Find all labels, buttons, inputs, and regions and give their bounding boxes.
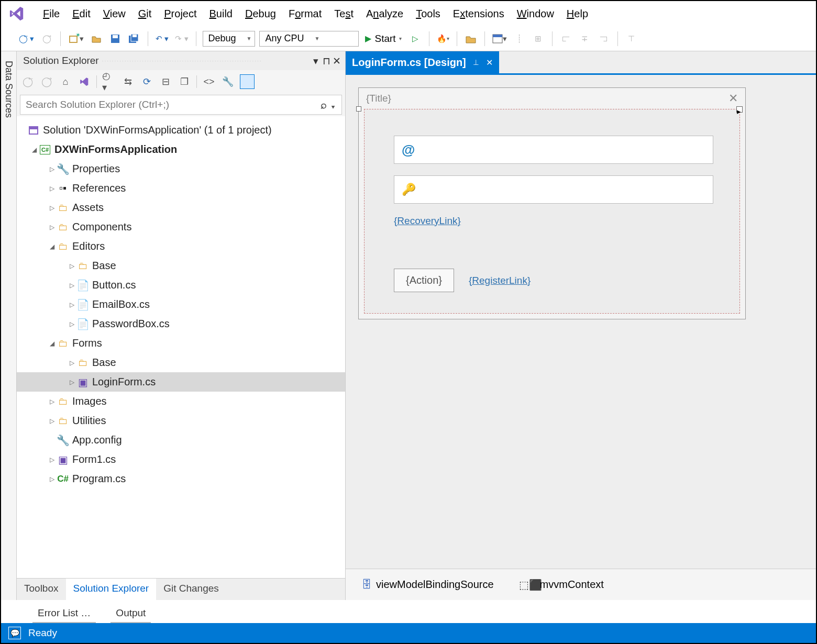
- tree-properties[interactable]: ▷🔧Properties: [17, 159, 345, 179]
- tree-editors[interactable]: ◢🗀Editors: [17, 237, 345, 256]
- status-feedback-icon[interactable]: 💬: [8, 627, 21, 639]
- tree-images[interactable]: ▷🗀Images: [17, 392, 345, 411]
- expander-icon[interactable]: ▷: [47, 185, 57, 192]
- undo-button[interactable]: ↶ ▾: [154, 31, 170, 47]
- form-close-icon[interactable]: ✕: [728, 92, 738, 105]
- tab-git-changes[interactable]: Git Changes: [156, 579, 226, 600]
- align-center-icon[interactable]: ∓: [578, 31, 592, 47]
- menu-file[interactable]: File: [43, 8, 60, 20]
- se-home-icon[interactable]: ⌂: [59, 75, 72, 88]
- menu-window[interactable]: Window: [517, 8, 554, 20]
- tree-loginform-cs[interactable]: ▷▣LoginForm.cs: [17, 372, 345, 392]
- se-forward-icon[interactable]: ◯⃗: [40, 75, 53, 88]
- menu-edit[interactable]: Edit: [72, 8, 90, 20]
- tree-form1-cs[interactable]: ▷▣Form1.cs: [17, 450, 345, 469]
- menu-format[interactable]: Format: [289, 8, 322, 20]
- align-top-icon[interactable]: ⊤: [624, 31, 639, 47]
- align-right-icon[interactable]: ⫎: [597, 31, 611, 47]
- designer-surface[interactable]: {Title} ✕ ▸ @ 🔑 {RecoveryLink} {Action}: [346, 73, 816, 569]
- tab-output[interactable]: Output: [111, 604, 151, 623]
- login-form-window[interactable]: {Title} ✕ ▸ @ 🔑 {RecoveryLink} {Action}: [358, 87, 746, 319]
- tree-assets[interactable]: ▷🗀Assets: [17, 198, 345, 217]
- platform-dropdown[interactable]: Any CPU▼: [259, 31, 359, 47]
- expander-icon[interactable]: ▷: [47, 456, 57, 463]
- resize-handle[interactable]: [356, 106, 361, 112]
- menu-build[interactable]: Build: [209, 8, 233, 20]
- se-sync-icon[interactable]: ⇆: [121, 75, 135, 88]
- menu-help[interactable]: Help: [567, 8, 588, 20]
- tree-emailbox-cs[interactable]: ▷📄EmailBox.cs: [17, 295, 345, 314]
- action-button[interactable]: {Action}: [394, 269, 454, 292]
- menu-git[interactable]: Git: [138, 8, 152, 20]
- tree-project[interactable]: ◢ C# DXWinFormsApplication: [17, 140, 345, 159]
- new-item-button[interactable]: ✶ ▾: [67, 31, 85, 47]
- panel-pin-icon[interactable]: ⊓: [321, 55, 332, 67]
- start-debug-button[interactable]: ▶Start ▾: [363, 33, 403, 45]
- menu-analyze[interactable]: Analyze: [366, 8, 403, 20]
- tree-forms-base[interactable]: ▷🗀Base: [17, 353, 345, 372]
- panel-close-icon[interactable]: ✕: [332, 55, 342, 67]
- tree-appconfig[interactable]: ▷🔧App.config: [17, 430, 345, 450]
- menu-extensions[interactable]: Extensions: [453, 8, 504, 20]
- tab-toolbox[interactable]: Toolbox: [17, 579, 66, 600]
- tab-error-list[interactable]: Error List …: [32, 604, 96, 623]
- data-sources-tab[interactable]: Data Sources: [1, 51, 17, 600]
- panel-options-icon[interactable]: ▾: [311, 55, 321, 67]
- save-button[interactable]: [108, 31, 123, 47]
- se-switch-views-icon[interactable]: [78, 75, 91, 88]
- tree-utilities[interactable]: ▷🗀Utilities: [17, 411, 345, 430]
- tree-program-cs[interactable]: ▷C#Program.cs: [17, 469, 345, 488]
- start-without-debug-button[interactable]: ▷: [408, 31, 423, 47]
- document-tab-loginform[interactable]: LoginForm.cs [Design] ⟂ ✕: [346, 51, 499, 73]
- menu-tools[interactable]: Tools: [416, 8, 440, 20]
- hot-reload-button[interactable]: 🔥 ▾: [436, 31, 450, 47]
- expander-icon[interactable]: ◢: [47, 243, 57, 250]
- menu-debug[interactable]: Debug: [245, 8, 276, 20]
- open-button[interactable]: [89, 31, 104, 47]
- expander-icon[interactable]: ▷: [67, 379, 76, 386]
- se-code-icon[interactable]: <>: [202, 75, 216, 88]
- configuration-dropdown[interactable]: Debug▼: [203, 31, 256, 47]
- tree-components[interactable]: ▷🗀Components: [17, 217, 345, 237]
- se-back-icon[interactable]: ◯⃖: [21, 75, 35, 88]
- expander-icon[interactable]: ▷: [47, 475, 57, 483]
- se-preview-icon[interactable]: [240, 74, 255, 89]
- expander-icon[interactable]: ▷: [47, 398, 57, 405]
- save-all-button[interactable]: [127, 31, 141, 47]
- nav-forward-button[interactable]: ◯⃗: [39, 31, 54, 47]
- expander-icon[interactable]: ▷: [47, 204, 57, 212]
- expander-icon[interactable]: ▷: [67, 359, 76, 367]
- expander-icon[interactable]: ▷: [47, 165, 57, 173]
- email-input[interactable]: @: [394, 136, 713, 164]
- solution-explorer-search[interactable]: Search Solution Explorer (Ctrl+;) ⌕ ▾: [20, 95, 342, 115]
- recovery-link[interactable]: {RecoveryLink}: [394, 215, 461, 226]
- password-input[interactable]: 🔑: [394, 175, 713, 204]
- component-binding-source[interactable]: 🗄 viewModelBindingSource: [361, 579, 494, 591]
- expander-icon[interactable]: ▷: [67, 282, 76, 289]
- nav-back-button[interactable]: ◯⃖ ▾: [18, 31, 35, 47]
- expander-icon[interactable]: ◢: [47, 340, 57, 347]
- register-link[interactable]: {RegisterLink}: [469, 275, 531, 286]
- menu-project[interactable]: Project: [164, 8, 196, 20]
- expander-icon[interactable]: ◢: [29, 146, 39, 153]
- se-refresh-icon[interactable]: ⟳: [140, 75, 153, 88]
- browse-button[interactable]: [463, 31, 478, 47]
- window-layout-button[interactable]: ▾: [491, 31, 508, 47]
- close-icon[interactable]: ✕: [486, 58, 493, 68]
- expander-icon[interactable]: ▷: [47, 224, 57, 231]
- redo-button[interactable]: ↷ ▾: [174, 31, 189, 47]
- menu-view[interactable]: View: [103, 8, 126, 20]
- align-left-icon[interactable]: ⫍: [559, 31, 573, 47]
- se-properties-icon[interactable]: 🔧: [221, 75, 235, 88]
- smart-tag-glyph[interactable]: ▸: [736, 106, 743, 113]
- align-tool-1-icon[interactable]: ⊞: [531, 31, 546, 47]
- expander-icon[interactable]: ▷: [67, 262, 76, 270]
- dotted-tool-icon[interactable]: ┊: [512, 31, 527, 47]
- expander-icon[interactable]: ▷: [67, 301, 76, 308]
- tree-passwordbox-cs[interactable]: ▷📄PasswordBox.cs: [17, 314, 345, 334]
- tree-editors-base[interactable]: ▷🗀Base: [17, 256, 345, 275]
- se-show-all-icon[interactable]: ❐: [178, 75, 191, 88]
- menu-test[interactable]: Test: [334, 8, 354, 20]
- component-mvvm-context[interactable]: ⬚⬛ mvvmContext: [525, 579, 604, 591]
- expander-icon[interactable]: ▷: [47, 417, 57, 425]
